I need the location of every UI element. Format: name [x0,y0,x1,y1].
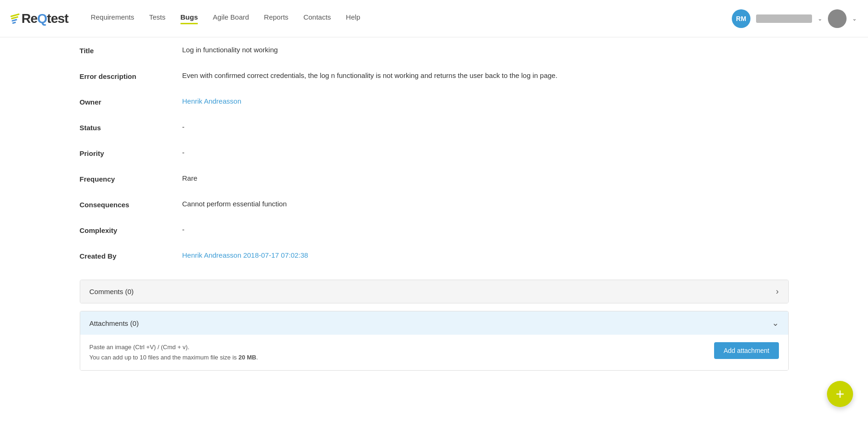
field-value-created-by[interactable]: Henrik Andreasson 2018-07-17 07:02:38 [182,251,789,259]
field-created-by: Created By Henrik Andreasson 2018-07-17 … [80,243,789,268]
field-complexity: Complexity - [80,217,789,243]
nav-agile-board[interactable]: Agile Board [213,13,249,24]
field-priority: Priority - [80,140,789,166]
attachment-hint-suffix: . [256,354,258,361]
navbar: ReQtest Requirements Tests Bugs Agile Bo… [0,0,868,37]
attachments-chevron-icon: ⌄ [772,318,779,328]
nav-user-area: RM ⌄ ⌄ [732,9,857,28]
field-label-status: Status [80,123,182,132]
nav-requirements[interactable]: Requirements [90,13,134,24]
field-label-consequences: Consequences [80,200,182,209]
logo: ReQtest [11,11,68,26]
nav-reports[interactable]: Reports [264,13,289,24]
field-label-complexity: Complexity [80,225,182,234]
comments-chevron-icon: › [776,287,779,296]
main-content: Title Log in functionality not working E… [61,37,807,371]
field-consequences: Consequences Cannot perform essential fu… [80,191,789,217]
field-value-consequences: Cannot perform essential function [182,200,789,208]
field-frequency: Frequency Rare [80,166,789,191]
attachment-hint-line1: Paste an image (Ctrl +V) / (Cmd + v). [90,344,190,351]
nav-bugs[interactable]: Bugs [181,13,198,24]
field-value-complexity: - [182,225,789,233]
comments-label: Comments (0) [90,288,134,295]
user-name-blurred [756,14,812,23]
field-title: Title Log in functionality not working [80,37,789,63]
attachments-section: Attachments (0) ⌄ Paste an image (Ctrl +… [80,311,789,371]
nav-help[interactable]: Help [346,13,361,24]
logo-icon [10,13,21,24]
attachment-hint-bold: 20 MB [238,354,256,361]
field-label-created-by: Created By [80,251,182,260]
title-text: Log in functionality not working [182,46,278,54]
add-attachment-button[interactable]: Add attachment [714,342,778,359]
attachment-hint: Paste an image (Ctrl +V) / (Cmd + v). Yo… [90,342,258,363]
field-value-owner[interactable]: Henrik Andreasson [182,97,789,105]
field-owner: Owner Henrik Andreasson [80,89,789,114]
field-value-status: - [182,123,789,131]
nav-contacts[interactable]: Contacts [303,13,331,24]
field-value-priority: - [182,148,789,156]
attachments-label: Attachments (0) [90,319,139,327]
field-error-description: Error description Even with confirmed co… [80,63,789,89]
user-avatar-initials: RM [732,9,750,28]
attachment-hint-line2-prefix: You can add up to 10 files and the maxim… [90,354,239,361]
user-menu-chevron[interactable]: ⌄ [818,15,822,22]
field-label-owner: Owner [80,97,182,106]
field-status: Status - [80,114,789,140]
attachments-body: Paste an image (Ctrl +V) / (Cmd + v). Yo… [80,335,788,370]
nav-tests[interactable]: Tests [149,13,166,24]
field-value-frequency: Rare [182,174,789,182]
user-avatar-chevron[interactable]: ⌄ [852,15,857,22]
nav-links: Requirements Tests Bugs Agile Board Repo… [90,13,732,24]
field-value-error-description: Even with confirmed correct credentials,… [182,71,789,79]
comments-header[interactable]: Comments (0) › [80,280,788,303]
field-label-frequency: Frequency [80,174,182,183]
comments-section: Comments (0) › [80,280,789,303]
field-label-error-description: Error description [80,71,182,80]
field-value-title: Log in functionality not working [182,46,789,54]
attachments-header[interactable]: Attachments (0) ⌄ [80,311,788,335]
bug-fields: Title Log in functionality not working E… [80,37,789,268]
user-avatar-photo [828,9,847,28]
logo-text: ReQtest [21,11,68,26]
field-label-priority: Priority [80,148,182,157]
field-label-title: Title [80,46,182,55]
